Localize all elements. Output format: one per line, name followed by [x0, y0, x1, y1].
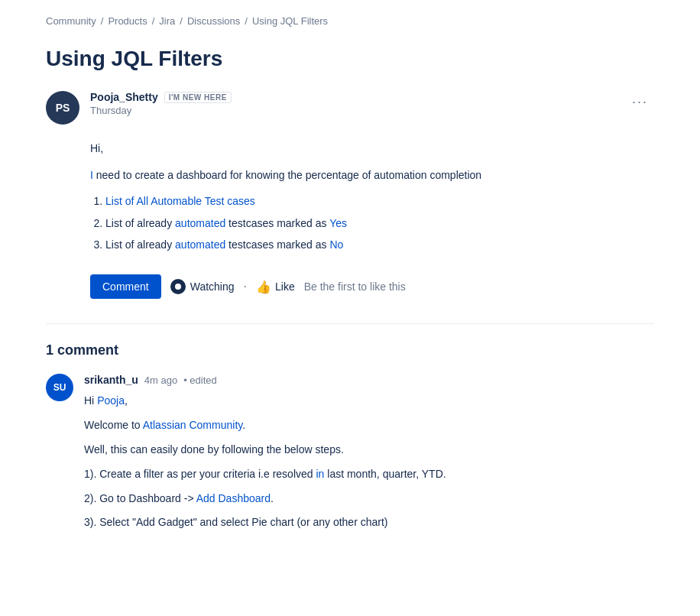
pooja-link: Pooja: [97, 394, 125, 407]
add-dashboard-link: Add Dashboard: [196, 492, 271, 504]
list-item-2: List of already automated testcases mark…: [105, 215, 654, 232]
post-greeting: Hi,: [90, 140, 654, 157]
automated-link-2: automated: [175, 238, 225, 251]
author-date: Thursday: [90, 105, 232, 116]
author-name: Pooja_Shetty: [90, 91, 158, 103]
breadcrumb-products[interactable]: Products: [108, 15, 147, 27]
action-bar: Comment Watching · 👍 Like Be the first t…: [90, 274, 654, 299]
comment-body: srikanth_u 4m ago • edited Hi Pooja, Wel…: [84, 374, 654, 538]
breadcrumb-current[interactable]: Using JQL Filters: [252, 15, 328, 27]
author-name-row: Pooja_Shetty I'M NEW HERE: [90, 91, 232, 103]
like-label: Like: [275, 280, 295, 293]
comment-line-2: Welcome to Atlassian Community.: [84, 417, 654, 435]
comment-text: Hi Pooja, Welcome to Atlassian Community…: [84, 392, 654, 532]
list-item-3: List of already automated testcases mark…: [105, 236, 654, 253]
watch-icon: [170, 279, 186, 294]
comment-line-3: Well, this can easily done by following …: [84, 441, 654, 459]
breadcrumb-sep-3: /: [180, 15, 183, 27]
comment-item: SU srikanth_u 4m ago • edited Hi Pooja, …: [46, 374, 654, 538]
breadcrumb: Community / Products / Jira / Discussion…: [46, 15, 654, 27]
commenter-name[interactable]: srikanth_u: [84, 374, 138, 386]
in-link: in: [316, 468, 324, 480]
commenter-avatar: SU: [46, 374, 73, 401]
watching-label: Watching: [190, 280, 235, 293]
comment-line-6: 3). Select "Add Gadget" and select Pie c…: [84, 514, 654, 532]
like-subtext: Be the first to like this: [304, 280, 406, 293]
automated-link-1: automated: [175, 217, 225, 229]
comment-line-4: 1). Create a filter as per your criteria…: [84, 465, 654, 484]
dot-separator: ·: [244, 280, 247, 293]
page-title: Using JQL Filters: [46, 45, 654, 73]
no-link: No: [329, 238, 343, 251]
breadcrumb-sep-2: /: [152, 15, 155, 27]
list-item-1: List of All Automable Test cases: [105, 193, 654, 209]
post-highlighted: I need to create a dashboard for knowing…: [90, 167, 654, 183]
breadcrumb-sep-4: /: [245, 15, 248, 27]
avatar: PS: [46, 91, 79, 125]
post-list: List of All Automable Test cases List of…: [105, 193, 654, 253]
comment-edited: • edited: [183, 374, 217, 386]
breadcrumb-jira[interactable]: Jira: [159, 15, 175, 27]
post-main-text: need to create a dashboard for knowing t…: [93, 169, 481, 181]
atlassian-link: Atlassian Community: [143, 419, 242, 431]
comment-time: 4m ago: [144, 374, 177, 386]
breadcrumb-sep-1: /: [101, 15, 104, 27]
yes-link: Yes: [329, 217, 347, 229]
comment-button[interactable]: Comment: [90, 274, 161, 299]
breadcrumb-discussions[interactable]: Discussions: [187, 15, 240, 27]
comment-meta: srikanth_u 4m ago • edited: [84, 374, 654, 386]
post-body: Hi, I need to create a dashboard for kno…: [90, 140, 654, 253]
author-info: Pooja_Shetty I'M NEW HERE Thursday: [90, 91, 232, 116]
breadcrumb-community[interactable]: Community: [46, 15, 96, 27]
list-item-1-text: List of All Automable Test cases: [105, 195, 255, 207]
comment-line-1: Hi Pooja,: [84, 392, 654, 410]
like-button[interactable]: 👍 Like: [256, 280, 295, 294]
author-badge: I'M NEW HERE: [164, 92, 232, 103]
comment-line-5: 2). Go to Dashboard -> Add Dashboard.: [84, 490, 654, 508]
comments-count: 1 comment: [46, 342, 654, 358]
comments-section: 1 comment SU srikanth_u 4m ago • edited …: [46, 323, 654, 538]
more-options-button[interactable]: ···: [626, 91, 654, 113]
watching-button[interactable]: Watching: [170, 279, 235, 294]
like-icon: 👍: [256, 280, 271, 294]
author-row: PS Pooja_Shetty I'M NEW HERE Thursday ··…: [46, 91, 654, 125]
